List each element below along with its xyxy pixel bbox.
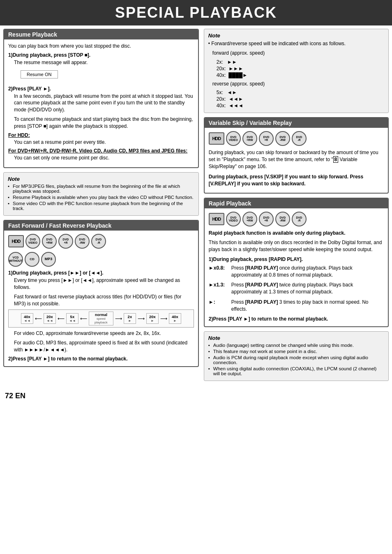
speed-5x-rev: 5x◄◄ — [66, 313, 78, 324]
variable-skip-title: Variable Skip / Variable Replay — [205, 118, 388, 128]
arrow5: ⟶ — [138, 316, 145, 321]
rapid-text-08: Press [RAPID PLAY] once during playback.… — [231, 265, 384, 279]
rapid-note-item-2: This feature may not work at some point … — [208, 349, 384, 354]
rp-step1-header: 1)During playback, press [RAPID PLAY]. — [209, 256, 384, 262]
rp-hdd-icon: HDD — [209, 213, 224, 225]
rapid-label-13: ►x1.3: — [209, 282, 231, 295]
rapid-item-normal: ►: Press [RAPID PLAY] 3 times to play ba… — [209, 299, 384, 313]
resume-note-title: Note — [8, 176, 194, 182]
vs-disc-icons: HDD DVDVIDEO DVD+RW DVD+R DVD-RW DVD-R — [209, 131, 384, 146]
vs-bold-text: During playback, press [V.SKIP] if you w… — [209, 173, 384, 187]
ff-note-title: Note — [208, 32, 384, 39]
rev-40x: 40x: ◄◄◄ — [217, 103, 384, 108]
rapid-text-normal: Press [RAPID PLAY] 3 times to play back … — [231, 299, 384, 313]
vs-hdd-icon: HDD — [209, 132, 224, 145]
rapid-label-normal: ►: — [209, 299, 231, 313]
for-hdd-header: For HDD: — [8, 132, 194, 138]
dvd-r-icon: DVD-R — [91, 234, 106, 249]
cd-icon: CD — [25, 252, 39, 267]
fwd-40x: 40x: ████► — [217, 72, 384, 78]
fwd-20x: 20x: ►►► — [217, 66, 384, 72]
resume-on-box: Resume ON — [21, 70, 58, 78]
speed-40x-fwd: 40x► — [169, 313, 181, 324]
ff-note-intro: • Forward/reverse speed will be indicate… — [208, 40, 384, 47]
resume-playback-title: Resume Playback — [4, 30, 198, 39]
resume-note-item-2: Resume Playback is available when you pl… — [8, 195, 194, 200]
rp-dvd-rw-plus-icon: DVD+RW — [242, 212, 257, 226]
rapid-item-08: ►x0.8: Press [RAPID PLAY] once during pl… — [209, 265, 384, 279]
rapid-item-13: ►x1.3: Press [RAPID PLAY] twice during p… — [209, 282, 384, 295]
dvd-r-plus-icon: DVD+R — [58, 234, 73, 249]
ff-step1-text4: For audio CD, MP3 files, approximate spe… — [14, 339, 194, 353]
rev-20x: 20x: ◄◄► — [217, 96, 384, 102]
dvd-rw-plus-icon: DVD+RW — [42, 234, 57, 249]
rapid-note-item-3: Audio is PCM during rapid playback mode … — [208, 355, 384, 365]
ff-step1-header: 1)During playback, press [►►] or [◄◄]. — [8, 270, 194, 276]
speed-20x-fwd: 20x► — [146, 313, 159, 324]
vs-dvd-r-icon: DVD-R — [292, 131, 307, 146]
fast-forward-title: Fast Forward / Fast Reverse Playback — [4, 221, 198, 231]
step1-text: The resume message will appear. — [14, 59, 194, 66]
vs-dvd-video-icon: DVDVIDEO — [226, 131, 241, 146]
step1-header: 1)During playback, press [STOP ■]. — [8, 52, 194, 58]
mp3-icon: MP3 — [41, 252, 56, 267]
ff-disc-icons-row2: VCDWITHOUT CD MP3 — [8, 252, 194, 267]
hdd-icon: HDD — [8, 235, 24, 247]
dvd-video-icon: DVDVIDEO — [25, 234, 40, 249]
rp-dvd-video-icon: DVDVIDEO — [226, 212, 241, 226]
vs-dvd-rw-plus-icon: DVD+RW — [242, 131, 257, 146]
rapid-playback-title: Rapid Playback — [205, 199, 388, 208]
arrow2: ⟵ — [58, 316, 65, 321]
vcd-icon: VCDWITHOUT — [8, 252, 23, 267]
rapid-note-item-1: Audio (language) setting cannot be chang… — [208, 343, 384, 348]
rev-5x: 5x: ◄► — [217, 90, 384, 95]
ff-step2-header: 2)Press [PLAY ►] to return to the normal… — [8, 356, 194, 362]
dvd-rw-icon: DVD-RW — [75, 234, 90, 249]
resume-intro: You can play back from where you last st… — [8, 43, 194, 50]
speed-2x-fwd: 2x► — [124, 313, 136, 324]
fwd-2x: 2x: ►► — [217, 59, 384, 65]
arrow3: ⟵ — [80, 316, 87, 321]
fast-forward-section: Fast Forward / Fast Reverse Playback HDD… — [3, 220, 199, 367]
vs-dvd-r-plus-icon: DVD+R — [259, 131, 274, 146]
rapid-text-13: Press [RAPID PLAY] twice during playback… — [231, 282, 384, 295]
left-column: Resume Playback You can play back from w… — [3, 29, 202, 385]
forward-label: forward (approx. speed) — [212, 50, 384, 57]
forward-speeds: 2x: ►► 20x: ►►► 40x: ████► — [217, 59, 384, 78]
rapid-note-title: Note — [208, 335, 384, 341]
resume-note-list: For MP3/JPEG files, playback will resume… — [8, 184, 194, 211]
rapid-playback-section: Rapid Playback HDD DVDVIDEO DVD+RW DVD+R… — [204, 198, 389, 327]
for-dvd-header: For DVD+RW/+R, DVD-RW/-R, Video CD, Audi… — [8, 148, 194, 154]
rp-step2-header: 2)Press [PLAY ►] to return to the normal… — [209, 316, 384, 322]
rp-bold-intro: Rapid playback function is available onl… — [209, 230, 384, 237]
for-dvd-text: You can set only one resume point per di… — [14, 155, 194, 162]
resume-note-box: Note For MP3/JPEG files, playback will r… — [3, 172, 199, 216]
ff-disc-icons-row1: HDD DVDVIDEO DVD+RW DVD+R DVD-RW DVD-R — [8, 234, 194, 249]
resume-on-label: Resume ON — [27, 72, 52, 77]
rp-dvd-r-plus-icon: DVD+R — [259, 212, 274, 226]
resume-note-item-1: For MP3/JPEG files, playback will resume… — [8, 184, 194, 194]
right-column: Note • Forward/reverse speed will be ind… — [202, 29, 389, 385]
reverse-speeds: 5x: ◄► 20x: ◄◄► 40x: ◄◄◄ — [217, 90, 384, 108]
variable-skip-section: Variable Skip / Variable Replay HDD DVDV… — [204, 117, 389, 194]
step2-header: 2)Press [PLAY ►]. — [8, 86, 194, 92]
ff-step1-text1: Every time you press [►►] or [◄◄], appro… — [14, 277, 194, 291]
arrow1: ⟵ — [35, 316, 42, 321]
ff-step1-text2: Fast forward or fast reverse playback ac… — [14, 293, 194, 307]
vs-dvd-rw-icon: DVD-RW — [275, 131, 290, 146]
rapid-note-list: Audio (language) setting cannot be chang… — [208, 343, 384, 376]
page-title: SPECIAL PLAYBACK — [0, 0, 392, 25]
resume-playback-section: Resume Playback You can play back from w… — [3, 29, 199, 168]
resume-note-item-3: Some video CD with the PBC function resu… — [8, 201, 194, 211]
rapid-note-item-4: When using digital audio connection (COA… — [208, 366, 384, 376]
page-footer: 72 EN — [0, 388, 392, 404]
reverse-label: reverse (approx. speed) — [212, 81, 384, 88]
speed-20x-rev: 20x◄◄ — [44, 313, 56, 324]
rapid-note-box: Note Audio (language) setting cannot be … — [204, 331, 389, 381]
ff-note-box: Note • Forward/reverse speed will be ind… — [204, 29, 389, 113]
step2-text2: To cancel the resume playback and start … — [14, 116, 194, 130]
arrow4: ⟶ — [115, 316, 122, 321]
rp-intro-text: This function is available only on discs… — [209, 239, 384, 253]
speed-40x-rev: 40x◄◄ — [21, 313, 33, 324]
arrow6: ⟶ — [160, 316, 167, 321]
